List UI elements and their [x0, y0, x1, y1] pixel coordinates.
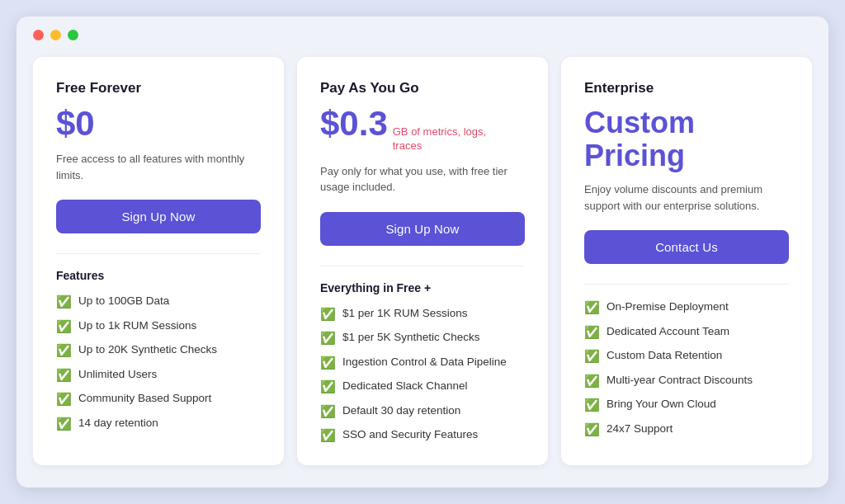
check-icon: ✅ [56, 342, 72, 359]
custom-price-enterprise: Custom Pricing [584, 106, 789, 172]
check-icon: ✅ [584, 397, 600, 413]
feature-list-payg: ✅ $1 per 1K RUM Sessions ✅ $1 per 5K Syn… [320, 306, 525, 444]
features-title-payg: Everything in Free + [320, 281, 525, 294]
plan-description-enterprise: Enjoy volume discounts and premium suppo… [584, 181, 789, 214]
price-main-free: $0 [56, 106, 95, 141]
check-icon: ✅ [56, 294, 72, 310]
plan-card-free: Free Forever $0 Free access to all featu… [33, 57, 284, 465]
feature-list-free: ✅ Up to 100GB Data ✅ Up to 1k RUM Sessio… [56, 294, 261, 431]
divider-enterprise [584, 284, 789, 285]
list-item: ✅ Dedicated Account Team [584, 324, 789, 341]
list-item: ✅ Default 30 day retention [320, 403, 525, 420]
list-item: ✅ $1 per 1K RUM Sessions [320, 306, 525, 323]
list-item: ✅ Community Based Support [56, 391, 261, 407]
title-bar [33, 30, 812, 40]
cta-button-free[interactable]: Sign Up Now [56, 200, 261, 233]
cta-button-payg[interactable]: Sign Up Now [320, 212, 525, 246]
plan-card-enterprise: Enterprise Custom Pricing Enjoy volume d… [561, 57, 812, 465]
list-item: ✅ On-Premise Deployment [584, 299, 789, 316]
divider-free [56, 253, 261, 254]
maximize-button[interactable] [68, 30, 78, 40]
feature-list-enterprise: ✅ On-Premise Deployment ✅ Dedicated Acco… [584, 299, 789, 437]
check-icon: ✅ [56, 367, 72, 384]
list-item: ✅ $1 per 5K Synthetic Checks [320, 330, 525, 346]
check-icon: ✅ [320, 330, 336, 346]
plan-name-enterprise: Enterprise [584, 80, 789, 97]
list-item: ✅ Unlimited Users [56, 367, 261, 384]
divider-payg [320, 266, 525, 266]
list-item: ✅ 24x7 Support [584, 422, 789, 438]
list-item: ✅ Ingestion Control & Data Pipeline [320, 355, 525, 371]
list-item: ✅ Up to 20K Synthetic Checks [56, 342, 261, 359]
check-icon: ✅ [320, 355, 336, 371]
check-icon: ✅ [56, 416, 72, 432]
plan-name-payg: Pay As You Go [320, 80, 525, 97]
features-title-free: Features [56, 269, 261, 282]
check-icon: ✅ [584, 299, 600, 316]
plan-description-free: Free access to all features with monthly… [56, 151, 261, 183]
price-suffix-payg: GB of metrics, logs, traces [393, 125, 492, 153]
check-icon: ✅ [584, 348, 600, 365]
check-icon: ✅ [56, 391, 72, 407]
list-item: ✅ Up to 100GB Data [56, 294, 261, 310]
list-item: ✅ 14 day retention [56, 416, 261, 432]
check-icon: ✅ [584, 324, 600, 341]
check-icon: ✅ [320, 306, 336, 323]
price-main-payg: $0.3 [320, 106, 388, 141]
app-window: Free Forever $0 Free access to all featu… [17, 16, 828, 488]
list-item: ✅ Bring Your Own Cloud [584, 397, 789, 413]
list-item: ✅ SSO and Security Features [320, 427, 525, 444]
plan-card-payg: Pay As You Go $0.3 GB of metrics, logs, … [297, 57, 548, 465]
cta-button-enterprise[interactable]: Contact Us [584, 230, 789, 264]
list-item: ✅ Multi-year Contract Discounts [584, 373, 789, 389]
check-icon: ✅ [56, 318, 72, 335]
check-icon: ✅ [584, 373, 600, 389]
price-row-payg: $0.3 GB of metrics, logs, traces [320, 106, 525, 153]
list-item: ✅ Up to 1k RUM Sessions [56, 318, 261, 335]
close-button[interactable] [33, 30, 44, 40]
check-icon: ✅ [320, 379, 336, 395]
check-icon: ✅ [320, 403, 336, 420]
plan-description-payg: Pay only for what you use, with free tie… [320, 163, 525, 195]
check-icon: ✅ [320, 427, 336, 444]
list-item: ✅ Dedicated Slack Channel [320, 379, 525, 395]
plan-name-free: Free Forever [56, 80, 261, 97]
price-row-free: $0 [56, 106, 261, 141]
list-item: ✅ Custom Data Retention [584, 348, 789, 365]
check-icon: ✅ [584, 422, 600, 438]
pricing-grid: Free Forever $0 Free access to all featu… [33, 57, 812, 465]
minimize-button[interactable] [50, 30, 61, 40]
